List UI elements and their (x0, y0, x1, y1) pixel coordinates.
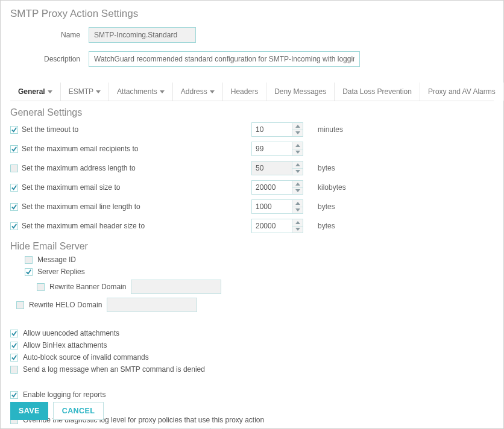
hdrsize-up[interactable] (292, 219, 303, 227)
helo-checkbox[interactable] (16, 301, 24, 309)
timeout-up[interactable] (292, 123, 303, 130)
button-bar: SAVE CANCEL (10, 402, 104, 420)
tab-general[interactable]: General (10, 83, 61, 101)
addrlen-spinner[interactable] (251, 161, 303, 175)
linelen-checkbox[interactable] (10, 203, 18, 211)
recipients-down[interactable] (292, 149, 303, 156)
description-label: Description (10, 55, 89, 63)
linelen-down[interactable] (292, 207, 303, 214)
size-spinner[interactable] (251, 180, 303, 195)
name-row: Name (10, 27, 494, 43)
hdrsize-checkbox[interactable] (10, 222, 18, 230)
size-input[interactable] (252, 181, 292, 194)
sendlog-label: Send a log message when an SMTP command … (23, 365, 205, 374)
addrlen-input[interactable] (252, 161, 292, 175)
addrlen-down[interactable] (292, 169, 303, 175)
tab-alarms[interactable]: Proxy and AV Alarms (420, 83, 504, 101)
addrlen-label: Set the maximum address length to (22, 164, 136, 172)
size-label: Set the maximum email size to (22, 183, 120, 192)
autoblock-checkbox[interactable] (10, 354, 18, 362)
name-label: Name (10, 31, 89, 39)
caret-up-icon (295, 202, 300, 205)
tab-address[interactable]: Address (173, 83, 223, 101)
tab-dlp-label: Data Loss Prevention (342, 87, 412, 96)
timeout-down[interactable] (292, 130, 303, 137)
banner-input[interactable] (131, 280, 221, 294)
autoblock-label: Auto-block source of invalid commands (23, 353, 149, 362)
hdrsize-unit: bytes (312, 222, 360, 230)
recipients-label: Set the maximum email recipients to (22, 145, 138, 153)
size-unit: kilobytes (312, 183, 360, 192)
save-button[interactable]: SAVE (10, 402, 48, 420)
sendlog-checkbox[interactable] (10, 366, 18, 374)
enablelog-checkbox[interactable] (10, 391, 18, 399)
tab-attachments-label: Attachments (117, 87, 157, 96)
msgid-label: Message ID (37, 255, 76, 264)
timeout-unit: minutes (312, 125, 360, 134)
banner-label: Rewrite Banner Domain (49, 283, 126, 291)
linelen-up[interactable] (292, 200, 303, 207)
caret-up-icon (295, 221, 300, 224)
timeout-input[interactable] (252, 123, 292, 136)
linelen-input[interactable] (252, 200, 292, 213)
name-input[interactable] (89, 27, 196, 43)
replies-checkbox[interactable] (25, 268, 33, 276)
cancel-button[interactable]: CANCEL (53, 402, 104, 420)
chevron-down-icon (160, 90, 165, 93)
page-title: SMTP Proxy Action Settings (10, 8, 494, 20)
recipients-input[interactable] (252, 142, 292, 155)
recipients-up[interactable] (292, 142, 303, 149)
binhex-label: Allow BinHex attachments (23, 341, 107, 349)
timeout-spinner[interactable] (251, 122, 303, 137)
tab-attachments[interactable]: Attachments (109, 83, 173, 101)
helo-label: Rewrite HELO Domain (29, 301, 102, 309)
size-checkbox[interactable] (10, 184, 18, 192)
description-row: Description (10, 51, 494, 67)
binhex-checkbox[interactable] (10, 342, 18, 349)
caret-down-icon (295, 170, 300, 173)
uuencoded-label: Allow uuencoded attachments (23, 329, 119, 337)
tab-headers-label: Headers (231, 87, 258, 96)
recipients-checkbox[interactable] (10, 145, 18, 153)
recipients-spinner[interactable] (251, 142, 303, 156)
settings-panel: SMTP Proxy Action Settings Name Descript… (0, 0, 504, 429)
addrlen-unit: bytes (312, 164, 360, 172)
tab-headers[interactable]: Headers (223, 83, 266, 101)
size-up[interactable] (292, 181, 303, 188)
banner-checkbox[interactable] (37, 283, 45, 291)
timeout-checkbox[interactable] (10, 126, 18, 134)
caret-down-icon (295, 151, 300, 154)
size-down[interactable] (292, 188, 303, 195)
linelen-spinner[interactable] (251, 199, 303, 214)
enablelog-label: Enable logging for reports (23, 390, 106, 399)
tab-dlp[interactable]: Data Loss Prevention (335, 83, 420, 101)
tab-deny-label: Deny Messages (274, 87, 326, 96)
tab-esmtp[interactable]: ESMTP (61, 83, 109, 101)
chevron-down-icon (48, 90, 52, 93)
caret-up-icon (295, 163, 300, 166)
section-hide-heading: Hide Email Server (10, 241, 494, 252)
hdrsize-down[interactable] (292, 227, 303, 233)
addrlen-checkbox[interactable] (10, 164, 18, 172)
caret-down-icon (295, 131, 300, 134)
tab-bar: General ESMTP Attachments Address Header… (10, 83, 494, 101)
tab-general-label: General (18, 87, 45, 96)
addrlen-up[interactable] (292, 161, 303, 169)
description-input[interactable] (89, 51, 360, 67)
hdrsize-label: Set the maximum email header size to (22, 222, 145, 230)
chevron-down-icon (96, 90, 101, 93)
linelen-unit: bytes (312, 202, 360, 211)
section-general-heading: General Settings (10, 107, 494, 118)
hdrsize-input[interactable] (252, 219, 292, 233)
caret-down-icon (295, 228, 300, 231)
tab-address-label: Address (181, 87, 207, 96)
msgid-checkbox[interactable] (25, 256, 33, 264)
tab-deny[interactable]: Deny Messages (266, 83, 335, 101)
tab-esmtp-label: ESMTP (69, 87, 93, 96)
helo-input[interactable] (107, 298, 197, 312)
caret-up-icon (295, 183, 300, 186)
hdrsize-spinner[interactable] (251, 219, 303, 233)
general-settings-grid: Set the timeout to minutes Set the maxim… (10, 122, 494, 234)
caret-up-icon (295, 144, 300, 147)
uuencoded-checkbox[interactable] (10, 330, 18, 337)
